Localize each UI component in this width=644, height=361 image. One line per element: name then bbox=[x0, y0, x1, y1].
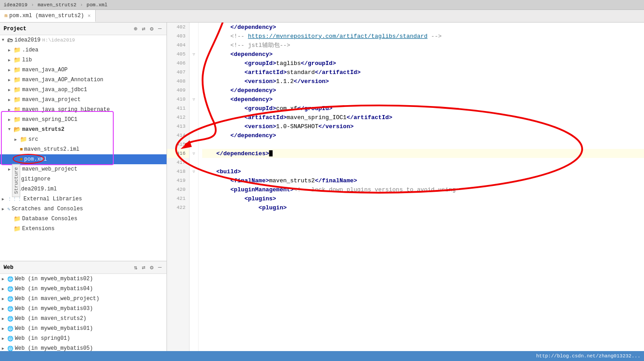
tree-item-external-libraries[interactable]: ▶ ⋮⋮⋮ External Libraries bbox=[0, 194, 167, 204]
sync-icon[interactable]: ⇄ bbox=[141, 25, 147, 33]
code-line-418: <build> bbox=[202, 167, 644, 176]
minimize-icon[interactable]: — bbox=[157, 25, 163, 33]
tree-item-database-consoles[interactable]: ▶ 📁 Database Consoles bbox=[0, 214, 167, 224]
code-line-403: <!-- https://mvnrepository.com/artifact/… bbox=[202, 32, 644, 41]
pom-xml-icon: m bbox=[5, 13, 8, 19]
label-web-mybatis05: Web (in myweb_mybatis05) bbox=[15, 345, 93, 351]
linenum-422: 422 bbox=[167, 203, 189, 212]
web-icon-2: 🌐 bbox=[7, 286, 14, 292]
tree-item-web-maven-struts2[interactable]: ▶ 🌐 Web (in maven_struts2) bbox=[0, 314, 167, 324]
linenum-407: 407 bbox=[167, 68, 189, 77]
main-layout: Project ⊕ ⇄ ⚙ — ▼ 🗁 idea2019 H:\idea2019 bbox=[0, 23, 644, 351]
tree-item-src[interactable]: ▶ 📁 src bbox=[0, 134, 167, 144]
tree-item-maven-spring-ioc1[interactable]: ▶ 📁 maven_spring_IOC1 bbox=[0, 115, 167, 125]
editor-content: 402 403 404 405 406 407 408 409 410 411 … bbox=[167, 23, 644, 351]
folder-icon-maven-spring-ioc1: 📁 bbox=[14, 116, 21, 123]
tree-item-gitignore[interactable]: ▶ ⚙ .gitignore bbox=[0, 174, 167, 184]
arrow-idea2019: ▼ bbox=[2, 38, 7, 42]
tree-item-scratches[interactable]: ▶ ✎ Scratches and Consoles bbox=[0, 204, 167, 214]
title-bar: idea2019 › maven_struts2 › pom.xml bbox=[0, 0, 644, 10]
label-maven-java-aop-annotation: maven_java_AOP_Annotation bbox=[22, 77, 103, 83]
folder-icon-maven-java-aop-annotation: 📁 bbox=[14, 76, 21, 83]
label-web-mybatis01: Web (in myweb_mybatis01) bbox=[15, 325, 93, 332]
tab-bar: m pom.xml (maven_struts2) ✕ bbox=[0, 10, 644, 23]
label-gitignore: .gitignore bbox=[18, 176, 51, 182]
code-area[interactable]: </dependency> <!-- https://mvnrepository… bbox=[199, 23, 644, 351]
folder-icon-maven-java-aop: 📁 bbox=[14, 66, 21, 74]
tree-item-web-mybatis04[interactable]: ▶ 🌐 Web (in myweb_mybatis04) bbox=[0, 284, 167, 294]
bottom-sort-icon[interactable]: ⇅ bbox=[133, 264, 139, 272]
arrow-scratches: ▶ bbox=[2, 207, 7, 212]
arrow-maven-struts2: ▼ bbox=[8, 127, 14, 132]
code-line-414: </dependency> bbox=[202, 131, 644, 140]
code-line-407: <artifactId>standard</artifactId> bbox=[202, 68, 644, 77]
web-icon-6: 🌐 bbox=[7, 326, 14, 332]
arrow-maven-java-aop-jdbc1: ▶ bbox=[8, 88, 14, 93]
tab-pom-xml[interactable]: m pom.xml (maven_struts2) ✕ bbox=[0, 10, 96, 22]
tab-label: pom.xml (maven_struts2) bbox=[9, 13, 84, 19]
tree-item-maven-java-aop-jdbc1[interactable]: ▶ 📁 maven_java_aop_jdbc1 bbox=[0, 85, 167, 95]
tree-item-extensions[interactable]: ▶ 📁 Extensions bbox=[0, 224, 167, 234]
code-line-422: <plugin> bbox=[202, 203, 644, 212]
tree-item-maven-struts2[interactable]: ▼ 📂 maven_struts2 bbox=[0, 125, 167, 134]
code-line-421: <plugins> bbox=[202, 194, 644, 203]
tree-item-web-spring01[interactable]: ▶ 🌐 Web (in spring01) bbox=[0, 333, 167, 343]
code-line-406: <groupId>taglibs</groupId> bbox=[202, 59, 644, 68]
tree-item-web-mybatis05[interactable]: ▶ 🌐 Web (in myweb_mybatis05) bbox=[0, 343, 167, 351]
tree-item-maven-java-aop-annotation[interactable]: ▶ 📁 maven_java_AOP_Annotation bbox=[0, 75, 167, 85]
label-web-maven-web-project: Web (in maven_web_project) bbox=[15, 296, 99, 302]
tree-item-maven-java-spring-hibernate[interactable]: ▶ 📁 maven_java_spring_hibernate bbox=[0, 105, 167, 115]
linenum-404: 404 bbox=[167, 41, 189, 50]
tree-item-maven-java-aop[interactable]: ▶ 📁 maven_java_AOP bbox=[0, 65, 167, 75]
label-extensions: Extensions bbox=[22, 226, 55, 232]
add-icon[interactable]: ⊕ bbox=[133, 25, 139, 33]
tree-item-idea2019[interactable]: ▼ 🗁 idea2019 H:\idea2019 bbox=[0, 35, 167, 45]
label-external-libraries: External Libraries bbox=[23, 196, 82, 202]
tree-item-lib[interactable]: ▶ 📁 lib bbox=[0, 55, 167, 65]
tree-item-maven-web-project[interactable]: ▶ 📁 maven_web_project bbox=[0, 164, 167, 174]
tree-item-web-mybatis03[interactable]: ▶ 🌐 Web (in myweb_mybatis03) bbox=[0, 304, 167, 314]
scratch-icon: ✎ bbox=[7, 206, 10, 212]
label-maven-java-aop-jdbc1: maven_java_aop_jdbc1 bbox=[22, 87, 87, 93]
tree-item-maven-struts2-iml[interactable]: ▶ ■ maven_struts2.iml bbox=[0, 144, 167, 154]
linenum-405: 405 bbox=[167, 50, 189, 59]
path-idea2019: H:\idea2019 bbox=[42, 37, 75, 43]
tab-close-icon[interactable]: ✕ bbox=[88, 13, 91, 19]
tree-item-idea[interactable]: ▶ 📁 .idea bbox=[0, 45, 167, 55]
web-icon-8: 🌐 bbox=[7, 346, 14, 352]
label-web-mybatis04: Web (in myweb_mybatis04) bbox=[15, 286, 93, 292]
structure-tab[interactable]: Structure bbox=[12, 164, 20, 197]
tree-item-web-mybatis02[interactable]: ▶ 🌐 Web (in myweb_mybatis02) bbox=[0, 274, 167, 284]
sidebar-bottom-title: Web bbox=[4, 264, 131, 271]
linenum-406: 406 bbox=[167, 59, 189, 68]
tree-item-maven-java-project[interactable]: ▶ 📁 maven_java_project bbox=[0, 95, 167, 105]
arrow-maven-java-spring-hibernate: ▶ bbox=[8, 107, 14, 112]
web-icon-5: 🌐 bbox=[7, 316, 14, 322]
code-line-411: <groupId>com.xf</groupId> bbox=[202, 104, 644, 113]
tree-item-web-mybatis01[interactable]: ▶ 🌐 Web (in myweb_mybatis01) bbox=[0, 324, 167, 333]
code-line-413: <version>1.0-SNAPSHOT</version> bbox=[202, 122, 644, 131]
project-tree: ▼ 🗁 idea2019 H:\idea2019 ▶ 📁 .idea ▶ 📁 l… bbox=[0, 35, 167, 261]
arrow-src: ▶ bbox=[14, 137, 20, 142]
bottom-minimize-icon[interactable]: — bbox=[157, 264, 163, 271]
status-bar: http://blog.csdn.net/zhang013232... bbox=[0, 351, 644, 361]
folder-icon-maven-java-aop-jdbc1: 📁 bbox=[14, 86, 21, 93]
bottom-settings-icon[interactable]: ⚙ bbox=[148, 264, 155, 272]
bottom-sync-icon[interactable]: ⇄ bbox=[141, 264, 147, 272]
tree-item-pom-xml[interactable]: ▶ ■ pom.xml bbox=[0, 154, 167, 164]
code-line-417 bbox=[202, 158, 644, 167]
web-icon-4: 🌐 bbox=[7, 306, 14, 312]
code-line-419: <finalName>maven_struts2</finalName> bbox=[202, 176, 644, 185]
tree-item-idea2019-iml[interactable]: ▶ ■ idea2019.iml bbox=[0, 184, 167, 194]
status-text: http://blog.csdn.net/zhang013232... bbox=[536, 353, 640, 359]
folder-icon-maven-java-spring-hibernate: 📁 bbox=[14, 106, 21, 113]
settings-icon[interactable]: ⚙ bbox=[148, 25, 155, 33]
label-maven-java-project: maven_java_project bbox=[22, 97, 81, 103]
linenum-419: 419 bbox=[167, 176, 189, 185]
label-src: src bbox=[28, 136, 38, 143]
tree-item-web-maven-web-project[interactable]: ▶ 🌐 Web (in maven_web_project) bbox=[0, 294, 167, 304]
folder-icon-idea: 📁 bbox=[14, 46, 21, 54]
linenum-411: 411 bbox=[167, 104, 189, 113]
code-line-412: <artifactId>maven_spring_IOC1</artifactI… bbox=[202, 113, 644, 122]
code-line-416: </dependencies>█ bbox=[202, 149, 644, 158]
